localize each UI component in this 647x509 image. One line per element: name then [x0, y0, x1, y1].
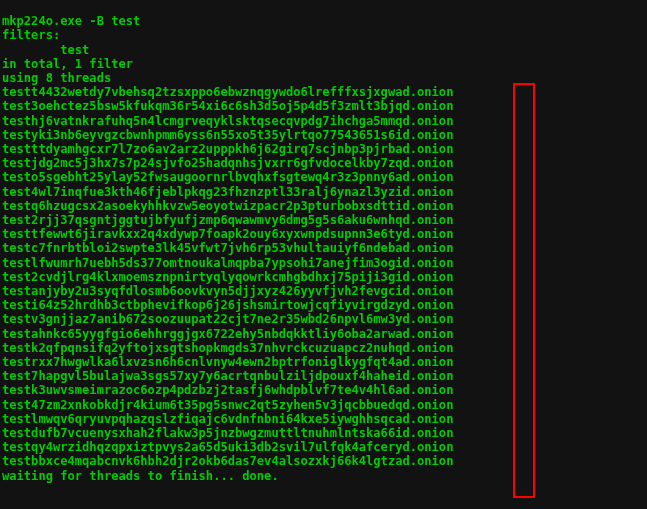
terminal-output: mkp224o.exe -B test filters: test in tot… — [0, 12, 647, 497]
